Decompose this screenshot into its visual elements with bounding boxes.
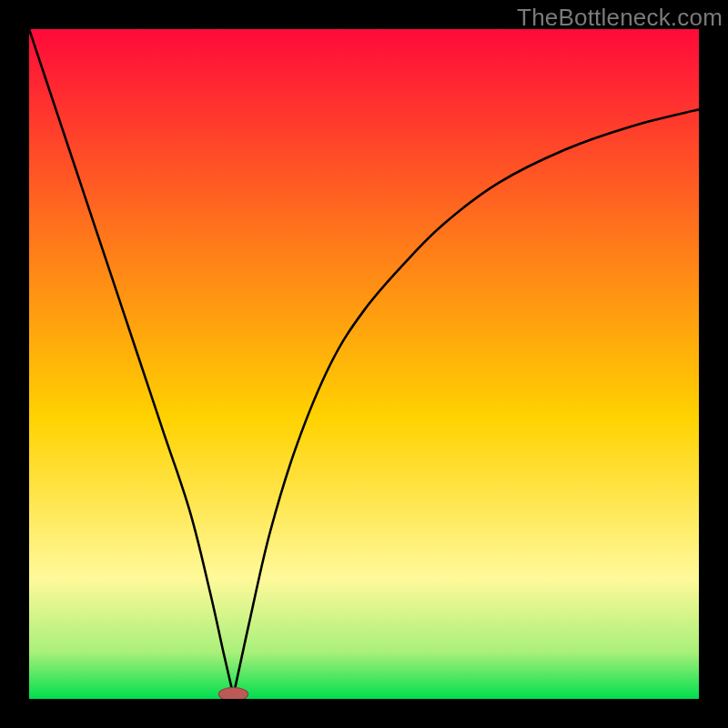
plot-area — [29, 29, 699, 699]
minimum-marker — [218, 687, 248, 699]
plot-svg — [29, 29, 699, 699]
attribution-text: TheBottleneck.com — [517, 4, 723, 32]
gradient-background — [29, 29, 699, 699]
chart-frame: TheBottleneck.com — [0, 0, 728, 728]
